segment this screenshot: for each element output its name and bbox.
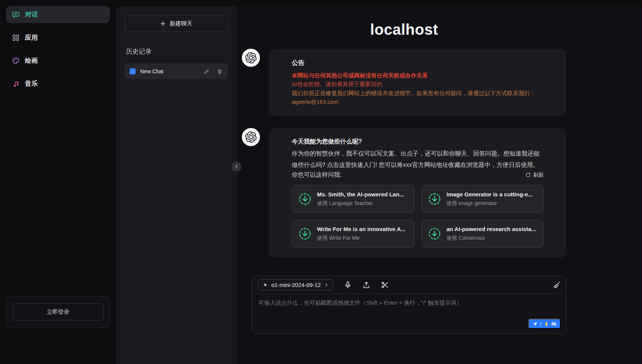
music-icon: [12, 80, 20, 88]
download-circle-icon: [298, 192, 312, 206]
announcement-line-3: 我们目前正在修复我们网站上的错误并改进细节。如果您有任何疑问，请通过以下方式联系…: [292, 89, 544, 97]
sidebar: 对话 应用 绘画 音乐 立即登录: [0, 0, 116, 364]
avatar: [242, 128, 260, 146]
sparkle-icon: [263, 282, 268, 288]
badge-separator: |: [540, 321, 541, 327]
suggestion-card[interactable]: Image Generator is a cutting-e... 使用 ima…: [421, 185, 544, 213]
page-title: localhost: [242, 21, 566, 38]
sidebar-item-label: 绘画: [25, 56, 38, 65]
composer-toolbar: o1-mini-2024-09-12: [252, 276, 566, 294]
announcement-line-2: AI也会犯错。请勿将其用于重要目的: [292, 80, 544, 88]
mic-icon[interactable]: [344, 281, 352, 289]
message-input[interactable]: [258, 299, 560, 327]
upload-icon[interactable]: [362, 281, 370, 289]
apps-icon: [12, 34, 20, 42]
suggestion-title: an AI-powered research assista...: [447, 226, 536, 232]
app: 对话 应用 绘画 音乐 立即登录: [0, 0, 642, 364]
suggestion-subtitle: 使用 Write For Me: [317, 235, 405, 242]
send-token-badge[interactable]: | 4k: [528, 319, 561, 329]
suggestion-subtitle: 使用 Language Teacher: [317, 200, 404, 207]
suggestion-card[interactable]: Ms. Smith, the AI-powered Lan... 使用 Lang…: [292, 185, 415, 213]
send-plane-icon: [532, 321, 538, 327]
chat-list-item[interactable]: New Chat: [124, 63, 228, 79]
new-chat-button[interactable]: 新建聊天: [124, 15, 228, 32]
scissors-icon[interactable]: [381, 281, 389, 289]
login-button[interactable]: 立即登录: [12, 303, 104, 321]
download-circle-icon: [428, 227, 441, 241]
refresh-suggestions-button[interactable]: 刷新: [525, 172, 544, 179]
download-circle-icon: [428, 192, 441, 206]
sidebar-item-label: 音乐: [25, 79, 38, 88]
suggestion-title: Ms. Smith, the AI-powered Lan...: [317, 191, 404, 197]
chat-color-swatch: [130, 68, 136, 74]
chat-area: localhost 公告 本网站与任何其他公司或商标没有任何关联或合作关系 AI…: [237, 17, 642, 364]
suggestion-card[interactable]: an AI-powered research assista... 使用 Con…: [421, 220, 544, 248]
greeting-body: 作为你的智慧伙伴，我不仅可以写文案、出点子，还可以和你聊天、回答问题。想知道我还…: [292, 148, 544, 170]
token-count: 4k: [551, 321, 557, 327]
sidebar-item-label: 应用: [25, 33, 38, 42]
announcement-bubble: 公告 本网站与任何其他公司或商标没有任何关联或合作关系 AI也会犯错。请勿将其用…: [269, 49, 566, 116]
sidebar-item-paint[interactable]: 绘画: [6, 52, 110, 69]
chat-item-title: New Chat: [140, 68, 199, 74]
announcement-heading: 公告: [292, 59, 544, 67]
openai-logo-icon: [245, 131, 257, 143]
sidebar-item-music[interactable]: 音乐: [6, 75, 110, 92]
sidebar-item-label: 对话: [25, 10, 38, 19]
ask-hint: 你也可以这样问我:: [292, 171, 342, 179]
contact-email-link[interactable]: ageerle@163.com: [292, 97, 338, 106]
suggestion-title: Write For Me is an innovative A...: [317, 226, 405, 232]
palette-icon: [12, 57, 20, 65]
login-panel: 立即登录: [6, 296, 110, 328]
composer-body: | 4k: [252, 294, 566, 333]
workspace: 新建聊天 历史记录 New Chat lo: [116, 6, 642, 364]
suggestion-cards: Ms. Smith, the AI-powered Lan... 使用 Lang…: [292, 185, 544, 248]
new-chat-label: 新建聊天: [170, 20, 192, 27]
history-title: 历史记录: [126, 47, 228, 56]
chat-list-panel: 新建聊天 历史记录 New Chat: [116, 6, 236, 364]
collapse-left-icon: [234, 164, 239, 169]
edit-icon[interactable]: [204, 69, 209, 74]
suggestion-subtitle: 使用 image generator: [447, 200, 533, 207]
plus-icon: [160, 21, 166, 27]
battery-icon: [544, 321, 549, 327]
refresh-label: 刷新: [533, 172, 544, 179]
model-selector[interactable]: o1-mini-2024-09-12: [258, 279, 333, 291]
message-announcement: 公告 本网站与任何其他公司或商标没有任何关联或合作关系 AI也会犯错。请勿将其用…: [242, 49, 566, 116]
collapse-sidebar-button[interactable]: [232, 162, 241, 171]
refresh-icon: [525, 172, 531, 178]
announcement-line-1: 本网站与任何其他公司或商标没有任何关联或合作关系: [292, 71, 544, 80]
broom-icon[interactable]: [553, 281, 561, 289]
avatar: [242, 49, 260, 67]
sidebar-item-chat[interactable]: 对话: [6, 6, 110, 23]
message-greeting: 今天我能为您做些什么呢? 作为你的智慧伙伴，我不仅可以写文案、出点子，还可以和你…: [242, 128, 566, 258]
suggestion-card[interactable]: Write For Me is an innovative A... 使用 Wr…: [292, 220, 415, 248]
greeting-bubble: 今天我能为您做些什么呢? 作为你的智慧伙伴，我不仅可以写文案、出点子，还可以和你…: [269, 128, 566, 258]
suggestion-subtitle: 使用 Consensus: [447, 235, 536, 242]
greeting-heading: 今天我能为您做些什么呢?: [292, 138, 544, 146]
sidebar-item-apps[interactable]: 应用: [6, 29, 110, 46]
chat-icon: [12, 11, 20, 19]
model-label: o1-mini-2024-09-12: [271, 282, 321, 288]
main-panel: localhost 公告 本网站与任何其他公司或商标没有任何关联或合作关系 AI…: [236, 6, 642, 364]
download-circle-icon: [298, 227, 312, 241]
suggestion-title: Image Generator is a cutting-e...: [447, 191, 533, 197]
openai-logo-icon: [245, 52, 257, 63]
chevron-right-icon: [324, 283, 328, 287]
trash-icon[interactable]: [217, 69, 223, 74]
composer: o1-mini-2024-09-12: [252, 276, 566, 334]
